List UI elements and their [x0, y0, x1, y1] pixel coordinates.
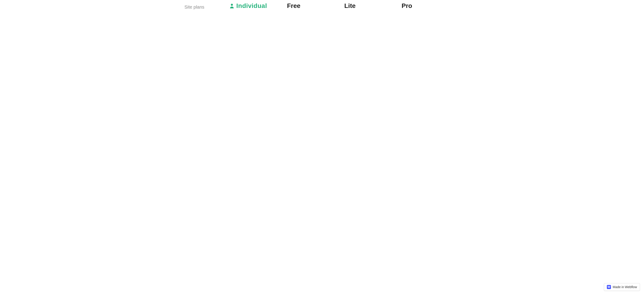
- individual-heading: Individual: [230, 2, 287, 9]
- plan-header-pro: Pro: [402, 2, 459, 9]
- nav-site-plans[interactable]: Site plans: [184, 3, 225, 10]
- sidebar-nav: Site plans Account plans FAQ: [184, 3, 225, 12]
- person-icon: [230, 3, 234, 8]
- table-header-row: Individual Free Lite Pro: [230, 2, 460, 12]
- plan-header-lite: Lite: [344, 2, 402, 9]
- pricing-table: Individual Free Lite Pro Free No credit …: [230, 2, 460, 12]
- plan-header-free: Free: [287, 2, 344, 9]
- individual-label: Individual: [236, 2, 267, 9]
- svg-point-0: [231, 4, 233, 6]
